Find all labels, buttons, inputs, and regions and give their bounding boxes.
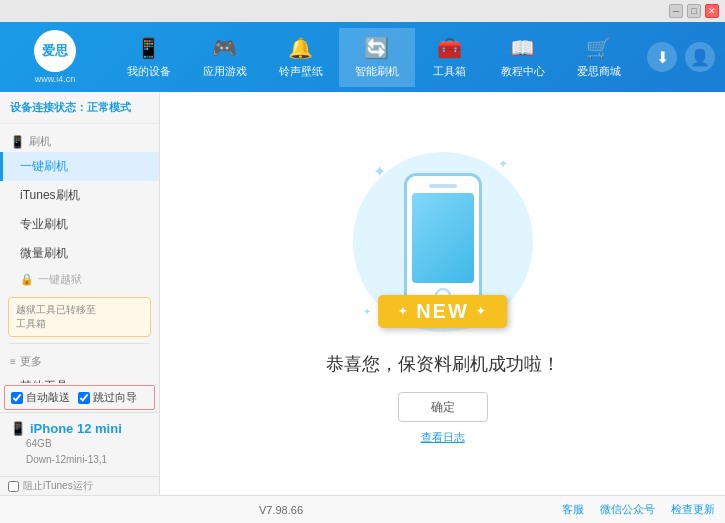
download-button[interactable]: ⬇ bbox=[647, 42, 677, 72]
device-info-section: 📱 iPhone 12 mini 64GB Down-12mini-13,1 bbox=[0, 412, 159, 476]
nav-bar: 📱 我的设备 🎮 应用游戏 🔔 铃声壁纸 🔄 智能刷机 🧰 工具箱 📖 教程中心… bbox=[100, 28, 647, 87]
checkbox-skip-label[interactable]: 跳过向导 bbox=[78, 390, 137, 405]
itunes-bar: 阻止iTunes运行 bbox=[0, 476, 159, 495]
confirm-button[interactable]: 确定 bbox=[398, 392, 488, 422]
title-bar: ─ □ ✕ bbox=[0, 0, 725, 22]
sparkle-3: ✦ bbox=[363, 306, 371, 317]
bottom-links: 客服 微信公众号 检查更新 bbox=[562, 502, 715, 517]
sidebar-scroll: 设备连接状态：正常模式 📱 刷机 一键刷机 iTunes刷机 专业刷机 微量刷机… bbox=[0, 92, 159, 383]
itunes-notice-text: 阻止iTunes运行 bbox=[23, 479, 93, 493]
device-icon: 📱 bbox=[10, 421, 26, 436]
maximize-button[interactable]: □ bbox=[687, 4, 701, 18]
smart-flash-icon: 🔄 bbox=[364, 36, 389, 60]
sidebar: 设备连接状态：正常模式 📱 刷机 一键刷机 iTunes刷机 专业刷机 微量刷机… bbox=[0, 92, 160, 495]
device-status: 设备连接状态：正常模式 bbox=[0, 96, 159, 124]
wechat-link[interactable]: 微信公众号 bbox=[600, 502, 655, 517]
success-message: 恭喜您，保资料刷机成功啦！ bbox=[326, 352, 560, 376]
content-area: ✦ ✦ ✦ ✦ NEW ✦ 恭喜您，保资料刷机成功啦！ 确定 查看日志 bbox=[160, 92, 725, 495]
status-label: 设备连接状态： bbox=[10, 101, 87, 113]
nav-smart-flash[interactable]: 🔄 智能刷机 bbox=[339, 28, 415, 87]
update-link[interactable]: 检查更新 bbox=[671, 502, 715, 517]
minimize-button[interactable]: ─ bbox=[669, 4, 683, 18]
more-section-icon: ≡ bbox=[10, 356, 16, 367]
new-star-right: ✦ bbox=[476, 305, 487, 317]
nav-my-device-label: 我的设备 bbox=[127, 64, 171, 79]
locked-label: 一键越狱 bbox=[38, 272, 82, 287]
nav-tutorials[interactable]: 📖 教程中心 bbox=[485, 28, 561, 87]
my-device-icon: 📱 bbox=[136, 36, 161, 60]
nav-shop-label: 爱思商城 bbox=[577, 64, 621, 79]
device-name-text: iPhone 12 mini bbox=[30, 421, 122, 436]
phone-illustration bbox=[404, 173, 482, 311]
shop-icon: 🛒 bbox=[586, 36, 611, 60]
nav-my-device[interactable]: 📱 我的设备 bbox=[111, 28, 187, 87]
sparkle-1: ✦ bbox=[373, 162, 386, 181]
phone-screen bbox=[412, 193, 474, 283]
sidebar-item-small-flash[interactable]: 微量刷机 bbox=[0, 239, 159, 268]
device-name: 📱 iPhone 12 mini bbox=[10, 421, 149, 436]
service-link[interactable]: 客服 bbox=[562, 502, 584, 517]
download-icon: ⬇ bbox=[656, 48, 669, 67]
sidebar-item-other-tools[interactable]: 其他工具 bbox=[0, 372, 159, 383]
toolbox-icon: 🧰 bbox=[437, 36, 462, 60]
nav-right-actions: ⬇ 👤 bbox=[647, 42, 715, 72]
nav-toolbox-label: 工具箱 bbox=[433, 64, 466, 79]
more-section-label: 更多 bbox=[20, 354, 42, 369]
notice-text: 越狱工具已转移至 工具箱 bbox=[16, 304, 96, 329]
section-more-title: ≡ 更多 bbox=[0, 348, 159, 372]
nav-shop[interactable]: 🛒 爱思商城 bbox=[561, 28, 637, 87]
logo-icon: 爱思 bbox=[34, 30, 76, 72]
close-button[interactable]: ✕ bbox=[705, 4, 719, 18]
sidebar-item-itunes-flash[interactable]: iTunes刷机 bbox=[0, 181, 159, 210]
tutorials-icon: 📖 bbox=[510, 36, 535, 60]
lock-icon: 🔒 bbox=[20, 273, 34, 286]
checkbox-auto-text: 自动敲送 bbox=[26, 390, 70, 405]
phone-speaker bbox=[429, 184, 457, 188]
flash-section-label: 刷机 bbox=[29, 134, 51, 149]
header: 爱思 www.i4.cn 📱 我的设备 🎮 应用游戏 🔔 铃声壁纸 🔄 智能刷机… bbox=[0, 22, 725, 92]
version-label: V7.98.66 bbox=[259, 504, 303, 516]
logo[interactable]: 爱思 www.i4.cn bbox=[10, 30, 100, 84]
checkbox-area: 自动敲送 跳过向导 bbox=[4, 385, 155, 410]
nav-ringtones[interactable]: 🔔 铃声壁纸 bbox=[263, 28, 339, 87]
ringtones-icon: 🔔 bbox=[288, 36, 313, 60]
success-graphic: ✦ ✦ ✦ ✦ NEW ✦ bbox=[343, 142, 543, 342]
user-icon: 👤 bbox=[690, 48, 710, 67]
section-flash-title: 📱 刷机 bbox=[0, 128, 159, 152]
checkbox-skip-text: 跳过向导 bbox=[93, 390, 137, 405]
device-details: 64GB Down-12mini-13,1 bbox=[10, 436, 149, 468]
logo-url: www.i4.cn bbox=[35, 74, 76, 84]
sidebar-item-one-key-flash[interactable]: 一键刷机 bbox=[0, 152, 159, 181]
nav-apps-games-label: 应用游戏 bbox=[203, 64, 247, 79]
sidebar-locked-jailbreak: 🔒 一键越狱 bbox=[0, 268, 159, 291]
status-value: 正常模式 bbox=[87, 101, 131, 113]
nav-ringtones-label: 铃声壁纸 bbox=[279, 64, 323, 79]
bottom-bar: V7.98.66 客服 微信公众号 检查更新 bbox=[0, 495, 725, 523]
sparkle-2: ✦ bbox=[498, 157, 508, 171]
jailbreak-notice: 越狱工具已转移至 工具箱 bbox=[8, 297, 151, 337]
nav-toolbox[interactable]: 🧰 工具箱 bbox=[415, 28, 485, 87]
sidebar-item-pro-flash[interactable]: 专业刷机 bbox=[0, 210, 159, 239]
view-log-link[interactable]: 查看日志 bbox=[421, 430, 465, 445]
nav-apps-games[interactable]: 🎮 应用游戏 bbox=[187, 28, 263, 87]
nav-tutorials-label: 教程中心 bbox=[501, 64, 545, 79]
checkbox-auto-input[interactable] bbox=[11, 392, 23, 404]
user-button[interactable]: 👤 bbox=[685, 42, 715, 72]
checkbox-skip-input[interactable] bbox=[78, 392, 90, 404]
itunes-checkbox[interactable] bbox=[8, 481, 19, 492]
device-storage: 64GB bbox=[26, 436, 149, 452]
sidebar-divider-1 bbox=[10, 343, 149, 344]
nav-smart-flash-label: 智能刷机 bbox=[355, 64, 399, 79]
device-fw: Down-12mini-13,1 bbox=[26, 452, 149, 468]
new-star-left: ✦ bbox=[398, 305, 409, 317]
new-banner: ✦ NEW ✦ bbox=[378, 295, 508, 328]
flash-section-icon: 📱 bbox=[10, 135, 25, 149]
apps-games-icon: 🎮 bbox=[212, 36, 237, 60]
new-label: NEW bbox=[416, 300, 469, 322]
checkbox-auto-label[interactable]: 自动敲送 bbox=[11, 390, 70, 405]
main-layout: 设备连接状态：正常模式 📱 刷机 一键刷机 iTunes刷机 专业刷机 微量刷机… bbox=[0, 92, 725, 495]
